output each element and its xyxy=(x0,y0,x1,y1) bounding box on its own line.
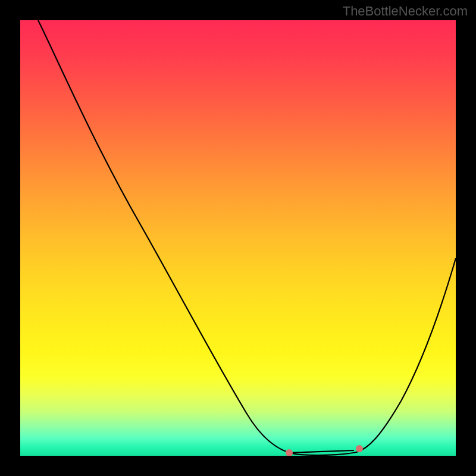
bottleneck-curve xyxy=(38,20,456,455)
optimal-band-start-dot xyxy=(286,449,293,456)
chart-svg xyxy=(20,20,456,456)
optimal-band xyxy=(289,450,353,453)
optimal-band-end-dot xyxy=(356,445,363,452)
watermark-text: TheBottleNecker.com xyxy=(343,4,468,19)
plot-area xyxy=(20,20,456,456)
